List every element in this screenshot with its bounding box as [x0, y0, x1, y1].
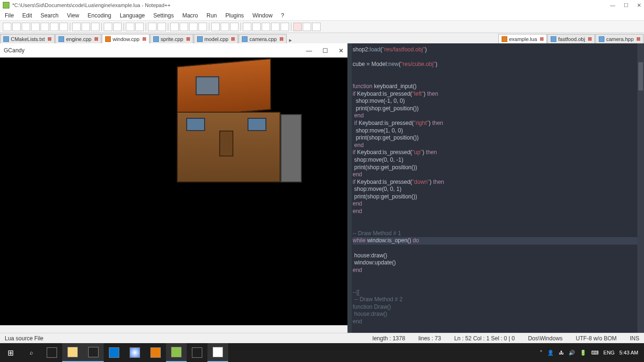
lang-indicator[interactable]: ENG: [603, 350, 615, 355]
fold-gutter[interactable]: [348, 43, 352, 333]
status-bar: Lua source File length : 1378 lines : 73…: [0, 333, 644, 343]
folder-icon[interactable]: [312, 23, 321, 31]
menu-edit[interactable]: Edit: [22, 12, 32, 19]
unfold-icon[interactable]: [221, 23, 229, 31]
game-maximize-button[interactable]: ☐: [322, 47, 328, 54]
tab-close-icon[interactable]: ⊠: [94, 36, 98, 41]
code-editor[interactable]: shop2:load("res/fastfood.obj") cube = Mo…: [347, 43, 644, 333]
tab-close-icon[interactable]: ⊠: [280, 36, 283, 41]
app-button[interactable]: [187, 343, 207, 362]
game-close-button[interactable]: ✕: [339, 47, 344, 54]
battery-icon[interactable]: 🔋: [580, 350, 586, 356]
wrap-icon[interactable]: [180, 23, 188, 31]
tab-close-icon[interactable]: ⊠: [231, 36, 235, 41]
status-lines: lines : 73: [418, 335, 441, 342]
game-minimize-button[interactable]: —: [306, 47, 312, 54]
tab-sprite[interactable]: sprite.cpp⊠: [150, 34, 193, 43]
tab-example[interactable]: example.lua⊠: [498, 34, 547, 43]
close-icon[interactable]: [41, 23, 49, 31]
print-icon[interactable]: [59, 23, 68, 31]
tab-window[interactable]: window.cpp⊠: [102, 34, 149, 43]
people-icon[interactable]: 👤: [547, 350, 554, 356]
savemacro-icon[interactable]: [281, 23, 289, 31]
file-icon: [242, 36, 248, 42]
cut-icon[interactable]: [72, 23, 81, 31]
menu-settings[interactable]: Settings: [153, 12, 173, 19]
tab-close-icon[interactable]: ⊠: [186, 36, 190, 41]
redo-icon[interactable]: [113, 23, 122, 31]
paste-icon[interactable]: [91, 23, 99, 31]
tray-up-icon[interactable]: ˄: [540, 350, 543, 356]
zoomin-icon[interactable]: [148, 23, 157, 31]
tab-close-icon[interactable]: ⊠: [142, 36, 146, 41]
menu-search[interactable]: Search: [41, 12, 58, 19]
find-icon[interactable]: [126, 23, 134, 31]
indent-icon[interactable]: [198, 23, 207, 31]
zoomout-icon[interactable]: [157, 23, 166, 31]
saveall-icon[interactable]: [31, 23, 40, 31]
menu-window[interactable]: Window: [252, 12, 272, 19]
tab-model[interactable]: model.cpp⊠: [194, 34, 239, 43]
taskview-button[interactable]: [41, 343, 62, 362]
save-icon[interactable]: [22, 23, 30, 31]
record-icon[interactable]: [243, 23, 251, 31]
status-length: length : 1378: [372, 335, 405, 342]
tab-camera[interactable]: camera.cpp⊠: [239, 34, 286, 43]
game-scrollbar[interactable]: [0, 325, 347, 333]
terminal-button[interactable]: [83, 343, 104, 362]
volume-icon[interactable]: 🔊: [569, 350, 575, 356]
stop-icon[interactable]: [252, 23, 261, 31]
chrome-button[interactable]: [124, 343, 145, 362]
menu-macro[interactable]: Macro: [182, 12, 198, 19]
start-button[interactable]: ⊞: [0, 343, 21, 362]
vertical-scrollbar[interactable]: [637, 43, 644, 333]
tab-label: camera.hpp: [606, 36, 634, 42]
file-icon: [58, 36, 64, 42]
new-icon[interactable]: [3, 23, 11, 31]
copy-icon[interactable]: [82, 23, 90, 31]
close-button[interactable]: ✕: [637, 2, 641, 8]
tab-engine[interactable]: engine.cpp⊠: [55, 34, 101, 43]
replace-icon[interactable]: [135, 23, 144, 31]
notepadpp-button[interactable]: [166, 343, 187, 362]
tab-close-icon[interactable]: ⊠: [540, 36, 544, 41]
search-button[interactable]: ⌕: [21, 343, 41, 362]
clock[interactable]: 5:43 AM: [619, 350, 638, 355]
keyboard-icon[interactable]: ⌨: [591, 350, 599, 356]
tab-overflow-icon[interactable]: ▸: [287, 37, 294, 43]
network-icon[interactable]: 🖧: [559, 350, 564, 355]
separator: [70, 23, 70, 31]
menu-language[interactable]: Language: [120, 12, 145, 19]
menu-run[interactable]: Run: [206, 12, 217, 19]
edge-button[interactable]: [104, 343, 124, 362]
open-icon[interactable]: [12, 23, 21, 31]
blender-button[interactable]: [145, 343, 166, 362]
menu-encoding[interactable]: Encoding: [88, 12, 111, 19]
menu-help[interactable]: ?: [281, 12, 284, 19]
menu-file[interactable]: File: [5, 12, 14, 19]
spellcheck-icon[interactable]: [293, 23, 302, 31]
doc-icon[interactable]: [303, 23, 311, 31]
menu-plugins[interactable]: Plugins: [225, 12, 244, 19]
closeall-icon[interactable]: [50, 23, 58, 31]
maximize-button[interactable]: ☐: [624, 2, 628, 8]
play-icon[interactable]: [262, 23, 270, 31]
sync-icon[interactable]: [170, 23, 179, 31]
tab-close-icon[interactable]: ⊠: [636, 36, 640, 41]
playmulti-icon[interactable]: [271, 23, 280, 31]
game-canvas[interactable]: [0, 58, 347, 325]
scrollbar-thumb[interactable]: [638, 62, 643, 90]
tab-cmakelists[interactable]: CMakeLists.txt⊠: [0, 34, 55, 43]
minimize-button[interactable]: —: [610, 2, 615, 8]
tab-fastfood[interactable]: fastfood.obj⊠: [547, 34, 595, 43]
allchars-icon[interactable]: [189, 23, 198, 31]
tab-close-icon[interactable]: ⊠: [48, 36, 51, 41]
tab-close-icon[interactable]: ⊠: [588, 36, 592, 41]
fold-icon[interactable]: [211, 23, 220, 31]
candy-button[interactable]: [207, 343, 228, 362]
explorer-button[interactable]: [62, 343, 83, 362]
menu-view[interactable]: View: [67, 12, 79, 19]
tab-camerahpp[interactable]: camera.hpp⊠: [595, 34, 644, 43]
undo-icon[interactable]: [104, 23, 112, 31]
hide-icon[interactable]: [230, 23, 239, 31]
